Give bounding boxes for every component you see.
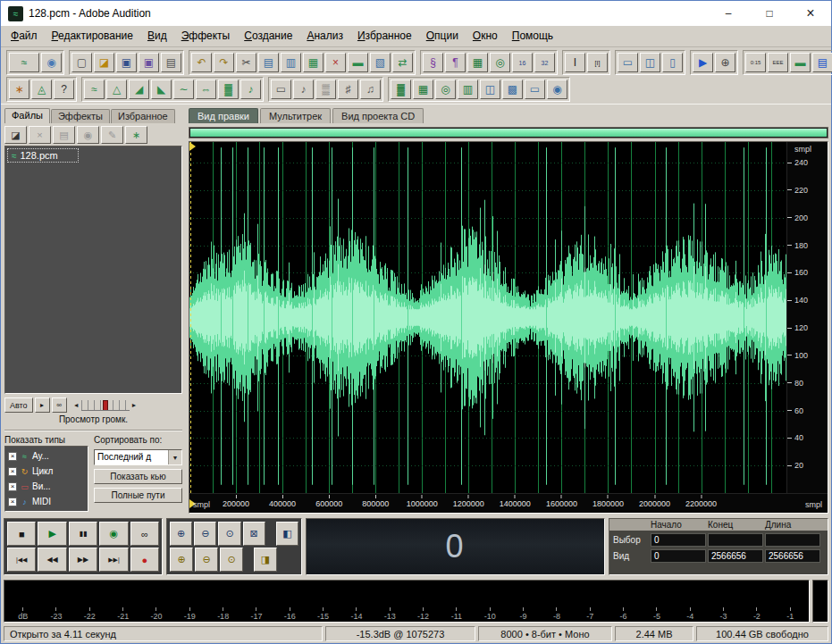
statistics-icon[interactable]: ▦ (413, 79, 433, 99)
phase-analysis-icon[interactable]: ◎ (490, 53, 510, 72)
show-cues-button[interactable]: Показать кью (94, 469, 182, 484)
zoom-full-button[interactable]: ⊙ (218, 522, 240, 546)
copy-icon[interactable]: ▤ (258, 53, 279, 72)
file-type-audio[interactable]: ×≈Ау... (8, 448, 85, 464)
close-file-button[interactable]: × (29, 126, 51, 144)
zoom-to-selection-button[interactable]: ⊠ (243, 522, 265, 546)
selection-length-field[interactable] (765, 533, 820, 547)
time-stretch-icon[interactable]: ⇔ (196, 79, 216, 99)
overview-scrollbar[interactable] (189, 127, 828, 138)
full-paths-button[interactable]: Полные пути (94, 488, 182, 503)
spectral-view-toggle-icon[interactable]: ▓ (391, 79, 411, 99)
menu-effects[interactable]: Эффекты (174, 26, 238, 46)
envelope-icon[interactable]: ∼ (173, 79, 194, 99)
fast-forward-button[interactable]: ▶▶ (69, 548, 97, 572)
convert-sample-type-icon[interactable]: ⇄ (392, 53, 413, 72)
marker-window-icon[interactable]: EEE (768, 53, 788, 72)
device-order-icon[interactable]: ∗ (9, 79, 29, 99)
volume-slider-track[interactable] (81, 400, 130, 411)
tab-multitrack[interactable]: Мультитрек (260, 108, 331, 123)
play-from-cursor-button[interactable]: ◉ (99, 522, 128, 546)
tab-edit-view[interactable]: Вид правки (189, 108, 258, 123)
file-list-item[interactable]: ≈128.pcm (8, 149, 78, 162)
help-icon[interactable]: ? (54, 79, 74, 99)
tab-favorites[interactable]: Избранное (111, 109, 175, 123)
tab-cd-project[interactable]: Вид проекта CD (332, 108, 424, 123)
loop-checkbox[interactable]: × (8, 467, 17, 476)
volume-slider-handle[interactable] (103, 400, 108, 411)
zoom-left-edge-button[interactable]: ◧ (276, 522, 298, 546)
play-button[interactable]: ▶ (38, 522, 66, 546)
menu-view[interactable]: Вид (140, 26, 174, 46)
undo-icon[interactable]: ↶ (191, 53, 212, 72)
open-file-icon[interactable]: ◪ (94, 53, 114, 72)
playhead-marker-top[interactable] (189, 142, 196, 151)
zoom-in-horizontal-button[interactable]: ⊕ (170, 522, 192, 546)
phase-meter-icon[interactable]: ◎ (435, 79, 456, 99)
preview-play-button[interactable]: ▸ (35, 397, 50, 413)
zoom-in-vertical-button[interactable]: ⊕ (170, 548, 193, 572)
preview-volume-slider[interactable]: ◄ ► (73, 400, 138, 411)
menu-generate[interactable]: Создание (237, 26, 299, 46)
copy-to-new-icon[interactable]: ▧ (370, 53, 391, 72)
toggle-waveform-multitrack-icon[interactable]: ≈ (9, 53, 39, 72)
zoom-selection-vertical-button[interactable]: ⊙ (220, 548, 243, 572)
bit-16-icon[interactable]: 16 (512, 53, 533, 72)
overview-scrollbar-thumb[interactable] (190, 129, 827, 137)
play-looped-button[interactable]: ∞ (130, 522, 159, 546)
menu-edit[interactable]: Редактирование (45, 26, 140, 46)
save-as-icon[interactable]: ▣ (139, 53, 159, 72)
go-to-end-button[interactable]: ▶▶| (99, 548, 128, 572)
generate-dtmf-icon[interactable]: ♯ (338, 79, 358, 99)
audio-checkbox[interactable]: × (8, 452, 17, 461)
workspace-cd-icon[interactable]: ▯ (662, 53, 683, 72)
menu-analyze[interactable]: Анализ (299, 26, 350, 46)
tab-files[interactable]: Файлы (4, 108, 50, 123)
view-end-field[interactable]: 2566656 (708, 549, 763, 563)
edit-file-button[interactable]: ✎ (101, 126, 123, 144)
zoom-window-icon[interactable]: ⊕ (715, 53, 735, 72)
redo-icon[interactable]: ↷ (214, 53, 234, 72)
normalize-icon[interactable]: ≈ (84, 79, 105, 99)
cd-window-icon[interactable]: ◉ (547, 79, 567, 99)
insert-into-cd-button[interactable]: ◉ (77, 126, 99, 144)
selection-start-field[interactable]: 0 (651, 533, 706, 547)
file-type-video[interactable]: ×▭Ви... (8, 479, 85, 494)
timeline-ruler[interactable]: smpl 20000040000060000080000010000001200… (189, 493, 828, 513)
delete-selection-icon[interactable]: × (325, 53, 346, 72)
volume-down-arrow-icon[interactable]: ◄ (73, 402, 80, 408)
selection-end-field[interactable] (708, 533, 763, 547)
frequency-analysis-icon[interactable]: ▦ (467, 53, 488, 72)
menu-file[interactable]: Файл (4, 26, 45, 46)
chevron-down-icon[interactable]: ▼ (168, 450, 181, 464)
fade-in-icon[interactable]: ◢ (129, 79, 149, 99)
generate-tones-icon[interactable]: ♪ (293, 79, 314, 99)
import-file-button[interactable]: ◪ (4, 126, 27, 144)
zoom-right-edge-button[interactable]: ◨ (254, 548, 277, 572)
cut-icon[interactable]: ✂ (236, 53, 256, 72)
new-file-icon[interactable]: ▢ (71, 53, 92, 72)
view-length-field[interactable]: 2566656 (765, 549, 820, 563)
menu-help[interactable]: Помощь (505, 26, 560, 46)
volume-up-arrow-icon[interactable]: ► (131, 402, 138, 408)
sort-dropdown[interactable]: Последний д ▼ (94, 449, 182, 465)
menu-window[interactable]: Окно (466, 26, 505, 46)
video-checkbox[interactable]: × (8, 482, 17, 491)
effects-rack-icon[interactable]: ♪ (240, 79, 261, 99)
view-start-field[interactable]: 0 (651, 549, 706, 563)
cue-list-icon[interactable]: ¶ (445, 53, 466, 72)
minimize-button[interactable]: – (708, 1, 749, 26)
meter-options-box[interactable] (812, 580, 828, 623)
file-type-loop[interactable]: ×↻Цикл (8, 464, 85, 479)
play-window-icon[interactable]: ▶ (693, 53, 713, 72)
bit-32-icon[interactable]: 32 (534, 53, 555, 72)
level-meter[interactable]: dB-23-22-21-20-19-18-17-16-15-14-13-12-1… (4, 580, 810, 623)
scripts-batch-icon[interactable]: § (423, 53, 443, 72)
insert-into-multitrack-button[interactable]: ▤ (53, 126, 75, 144)
generate-music-icon[interactable]: ♫ (360, 79, 381, 99)
stop-button[interactable]: ■ (7, 522, 36, 546)
menu-options[interactable]: Опции (419, 26, 466, 46)
zoom-out-vertical-button[interactable]: ⊖ (195, 548, 218, 572)
paste-icon[interactable]: ▥ (281, 53, 301, 72)
file-properties-icon[interactable]: ▤ (161, 53, 181, 72)
